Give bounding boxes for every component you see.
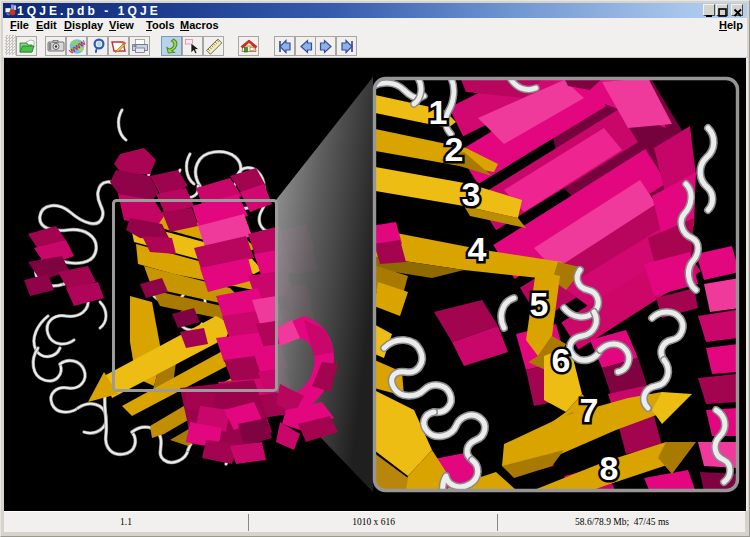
svg-text:2: 2 [445,130,464,168]
svg-text:3: 3 [462,175,481,213]
svg-text:4: 4 [468,230,487,268]
svg-text:7: 7 [580,391,599,429]
svg-text:5: 5 [530,285,549,323]
svg-text:6: 6 [552,341,571,379]
svg-text:1: 1 [429,93,448,131]
svg-text:8: 8 [600,449,619,487]
